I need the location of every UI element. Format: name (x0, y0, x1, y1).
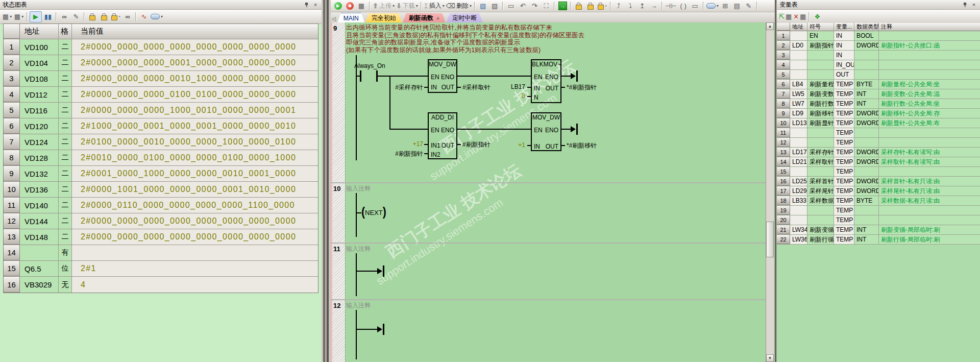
symbol-edit-icon[interactable]: ✎ (743, 1, 754, 11)
operand-label[interactable]: 8 (504, 92, 525, 100)
operand-label[interactable]: LB17 (489, 83, 525, 90)
address-cell[interactable] (790, 215, 807, 225)
comment-cell[interactable] (879, 70, 980, 79)
trend-view-button[interactable]: ∿ (138, 12, 150, 22)
value-cell[interactable]: 2#1 (72, 261, 318, 276)
clear-bookmarks-button[interactable]: ⛶ (541, 1, 552, 11)
address-cell[interactable] (790, 31, 807, 40)
force-all-button[interactable]: + (110, 12, 121, 22)
symbol-cell[interactable]: 采样数据 (807, 196, 834, 205)
tab-init[interactable]: 完全初始 (365, 13, 402, 23)
row-number-cell[interactable]: 2 (4, 55, 20, 70)
row-number-cell[interactable]: 19 (777, 206, 790, 215)
symbol-cell[interactable] (807, 206, 834, 215)
format-cell[interactable]: 二 (59, 55, 72, 70)
contact-operand[interactable]: Always_On (354, 62, 385, 69)
address-cell[interactable]: VD120 (20, 118, 59, 134)
symbol-cell[interactable] (807, 128, 834, 137)
insert-line-right-icon[interactable]: → (648, 1, 659, 11)
insert-coil-icon[interactable]: ( ) (678, 1, 689, 11)
row-number-cell[interactable]: 12 (4, 213, 20, 229)
goto-button[interactable]: → (557, 1, 568, 11)
instruction-box-mov-dw-2[interactable]: MOV_DW EN ENO IN OUT (531, 112, 561, 151)
row-number-cell[interactable]: 14 (777, 157, 790, 166)
force-icon[interactable] (573, 1, 584, 11)
program-status-button[interactable]: ▦ (356, 1, 367, 11)
format-dropdown-button[interactable]: ▾ (150, 12, 163, 22)
var-type-cell[interactable]: TEMP (834, 235, 854, 244)
format-cell[interactable]: 二 (59, 39, 72, 55)
var-type-cell[interactable]: TEMP (834, 186, 854, 196)
symbol-cell[interactable]: 刷新显针 (807, 118, 834, 128)
pou-compile-icon[interactable]: ▧ (477, 1, 488, 11)
row-number-cell[interactable]: 7 (4, 134, 20, 150)
address-cell[interactable]: VD104 (20, 55, 59, 70)
address-cell[interactable]: LD0 (790, 41, 807, 50)
tab-refresh-active[interactable]: 刷新函数× (403, 13, 446, 23)
row-number-cell[interactable]: 13 (777, 148, 790, 157)
read-all-button[interactable]: ∞ (59, 12, 70, 22)
symbol-cell[interactable] (807, 70, 834, 79)
address-cell[interactable]: VD144 (20, 213, 59, 229)
delete-variable-button[interactable]: ✕▦ (793, 11, 806, 21)
symbol-cell[interactable] (807, 51, 834, 60)
address-cell[interactable]: LD17 (790, 148, 807, 157)
value-cell[interactable]: 2#0010_0000_0100_0000_0000_0100_0000_100… (72, 150, 318, 165)
var-type-cell[interactable]: TEMP (834, 89, 854, 99)
apply-changes-button[interactable]: ❖ (812, 11, 823, 21)
var-type-cell[interactable]: TEMP (834, 80, 854, 89)
symbol-cell[interactable]: 采样尾针 (807, 186, 834, 196)
address-cell[interactable] (20, 245, 59, 260)
comment-cell[interactable] (879, 167, 980, 176)
pin-icon[interactable] (961, 2, 968, 8)
var-type-cell[interactable]: TEMP (834, 206, 854, 215)
comment-cell[interactable]: 刷新显针-公共全局:布 (879, 118, 980, 128)
download-button[interactable]: ⬇下载▾ (396, 1, 419, 11)
address-cell[interactable]: LW7 (790, 99, 807, 108)
value-cell[interactable] (72, 245, 318, 260)
format-cell[interactable]: 二 (59, 198, 72, 213)
network-10-comment[interactable]: 输入注释 (346, 184, 371, 193)
var-type-cell[interactable]: TEMP (834, 157, 854, 166)
pou-block-icon[interactable]: ▧ (489, 1, 500, 11)
data-type-cell[interactable]: DWORD (854, 118, 879, 128)
var-type-cell[interactable]: TEMP (834, 196, 854, 205)
data-type-cell[interactable] (854, 128, 879, 137)
row-number-cell[interactable]: 21 (777, 225, 790, 234)
data-type-cell[interactable]: INT (854, 225, 879, 234)
operand-label[interactable]: *#刷新指针 (567, 83, 597, 92)
value-cell[interactable]: 2#0000_0110_0000_0000_0000_0000_1100_000… (72, 198, 318, 213)
upload-button[interactable]: ⬆上传▾ (372, 1, 395, 11)
close-icon[interactable]: × (312, 2, 319, 8)
prev-bookmark-button[interactable]: ↶ (517, 1, 528, 11)
row-number-cell[interactable]: 6 (4, 118, 20, 134)
operand-label[interactable]: #采样取针 (462, 83, 491, 92)
operand-label[interactable]: #采样存针 (366, 83, 423, 92)
var-type-cell[interactable]: TEMP (834, 177, 854, 186)
instruction-box-blkmov[interactable]: BLKMOV~ EN ENO IN OUT N (531, 59, 561, 103)
row-number-cell[interactable]: 6 (777, 80, 790, 89)
address-cell[interactable]: VD128 (20, 150, 59, 165)
value-cell[interactable]: 2#1000_0000_0001_0000_0001_0000_0000_001… (72, 118, 318, 134)
data-type-cell[interactable]: DWORD (854, 186, 879, 196)
data-type-cell[interactable]: DWORD (854, 41, 879, 50)
format-cell[interactable]: 无 (59, 277, 72, 293)
format-cell[interactable]: 二 (59, 150, 72, 165)
data-type-cell[interactable]: BOOL (854, 31, 879, 40)
comment-cell[interactable] (879, 60, 980, 69)
chart-status-pause-button[interactable]: ▮▮ (42, 12, 54, 22)
run-button[interactable]: ▶ (332, 1, 344, 11)
insert-button[interactable]: ⌶插入▾ (424, 1, 445, 11)
row-number-cell[interactable]: 22 (777, 235, 790, 244)
comment-cell[interactable]: 采样取针-私有读写:由 (879, 157, 980, 166)
operand-label[interactable]: +1 (499, 141, 525, 149)
row-number-cell[interactable]: 18 (777, 196, 790, 205)
address-cell[interactable]: VD112 (20, 87, 59, 102)
insert-branch-down-icon[interactable]: ⤵ (625, 1, 636, 11)
var-type-cell[interactable]: TEMP (834, 167, 854, 176)
comment-edit-icon[interactable]: ▤ (731, 1, 743, 11)
vertical-scrollbar[interactable]: ▲ ▼ (766, 22, 774, 362)
data-type-cell[interactable] (854, 51, 879, 60)
operand-label[interactable]: #刷新指针 (462, 140, 491, 149)
data-type-cell[interactable] (854, 60, 879, 69)
